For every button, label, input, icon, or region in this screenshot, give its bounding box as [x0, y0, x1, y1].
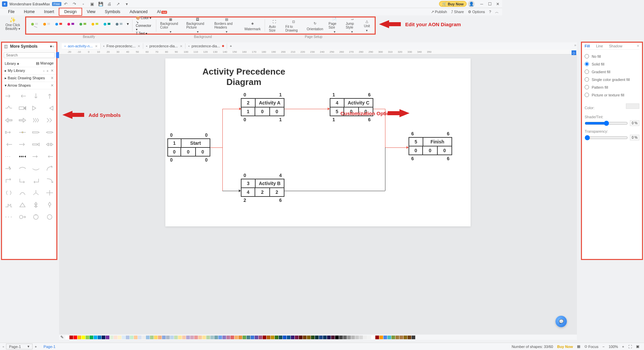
- my-library-row[interactable]: ▸ My Library ▫ + ✕: [2, 67, 56, 75]
- options-button[interactable]: ⚙ Options: [468, 10, 485, 14]
- menu-home[interactable]: Home: [19, 8, 39, 15]
- manage-link[interactable]: ▤ Manage: [36, 61, 54, 65]
- drawing-page[interactable]: Activity Precedence Diagram 00 1Start 00…: [165, 58, 471, 226]
- help-icon[interactable]: ?: [489, 10, 491, 14]
- jump-style-button[interactable]: ⤻Jump Style▾: [343, 18, 361, 33]
- tab-0[interactable]: ▫aon-activity-n...✕: [62, 43, 101, 49]
- arrow-shape[interactable]: [31, 128, 42, 137]
- arrow-shape[interactable]: [17, 116, 28, 125]
- maximize-icon[interactable]: ☐: [487, 2, 492, 6]
- page-size-button[interactable]: 📄Page Size▾: [326, 18, 343, 33]
- redo-icon[interactable]: ↷: [71, 1, 77, 7]
- canvas-scroll[interactable]: Activity Precedence Diagram 00 1Start 00…: [59, 54, 502, 272]
- basic-shapes-row[interactable]: ▸ Basic Drawing Shapes ✕: [2, 75, 56, 82]
- arrow-shape[interactable]: [31, 188, 42, 198]
- theme-7-icon[interactable]: [103, 21, 112, 30]
- arrow-shape[interactable]: [17, 164, 28, 173]
- symbol-search-input[interactable]: [4, 52, 55, 58]
- tab-1[interactable]: ▫Free-precedenc...✕: [101, 43, 144, 49]
- theme-1-icon[interactable]: [30, 21, 40, 30]
- remove-icon[interactable]: ✕: [51, 69, 54, 73]
- tab-3[interactable]: ▫precedence-dia...: [185, 43, 227, 49]
- menu-symbols[interactable]: Symbols: [100, 8, 125, 15]
- text-button[interactable]: T Text ▾: [136, 32, 153, 35]
- arrow-shape[interactable]: [17, 103, 28, 113]
- arrow-shape[interactable]: [31, 164, 42, 173]
- one-click-beautify-button[interactable]: ✨ One Click Beautify ▾: [3, 17, 23, 31]
- arrow-shape[interactable]: [31, 140, 42, 149]
- node-start[interactable]: 00 1Start 000 00: [167, 132, 210, 163]
- orientation-button[interactable]: ↻Orientation: [304, 18, 326, 33]
- arrow-shape[interactable]: [17, 128, 28, 137]
- arrow-shape[interactable]: [44, 116, 55, 125]
- print-icon[interactable]: 🖨: [106, 1, 112, 7]
- theme-2-icon[interactable]: [42, 21, 52, 30]
- new-icon[interactable]: ▫: [80, 1, 86, 7]
- open-icon[interactable]: ▣: [89, 1, 95, 7]
- theme-5-icon[interactable]: [78, 21, 88, 30]
- arrow-shape[interactable]: [31, 91, 42, 101]
- arrow-shape[interactable]: [31, 116, 42, 125]
- arrow-shape[interactable]: [44, 152, 55, 161]
- remove-icon[interactable]: ✕: [51, 76, 54, 80]
- undo-icon[interactable]: ↶: [63, 1, 69, 7]
- arrow-shape[interactable]: [3, 188, 14, 198]
- theme-3-icon[interactable]: [54, 21, 64, 30]
- arrow-shape[interactable]: [44, 103, 55, 113]
- collapse-ribbon-icon[interactable]: ︿: [495, 9, 499, 14]
- close-icon[interactable]: ✕: [495, 2, 500, 6]
- auto-size-button[interactable]: ⛶Auto Size: [266, 18, 283, 33]
- menu-view[interactable]: View: [82, 8, 100, 15]
- arrow-shape[interactable]: [31, 103, 42, 113]
- arrow-shape[interactable]: [17, 140, 28, 149]
- remove-icon[interactable]: ✕: [51, 83, 54, 88]
- arrow-shape[interactable]: [17, 212, 28, 222]
- arrow-shapes-row[interactable]: ▾ Arrow Shapes ✕: [2, 82, 56, 89]
- connector-button[interactable]: ↘ Connector ▾: [136, 20, 153, 31]
- add-icon[interactable]: +: [47, 69, 49, 73]
- more-icon[interactable]: ▾: [124, 1, 130, 7]
- arrow-shape[interactable]: [3, 176, 14, 185]
- node-activity-a[interactable]: 01 2Activity A 100 01: [241, 92, 284, 122]
- arrow-shape[interactable]: [17, 188, 28, 198]
- arrow-shape[interactable]: [17, 176, 28, 185]
- new-tab-button[interactable]: +: [227, 43, 234, 49]
- arrow-shape[interactable]: [3, 91, 14, 101]
- menu-insert[interactable]: Insert: [39, 8, 59, 15]
- arrow-shape[interactable]: [3, 128, 14, 137]
- arrow-shape[interactable]: [17, 91, 28, 101]
- close-tab-icon[interactable]: ✕: [180, 44, 182, 48]
- node-activity-b[interactable]: 04 3Activity B 422 26: [241, 173, 284, 203]
- watermark-button[interactable]: ◈Watermark: [241, 18, 263, 33]
- menu-file[interactable]: File: [3, 8, 19, 15]
- arrow-shape[interactable]: [44, 140, 55, 149]
- arrow-shape[interactable]: [3, 164, 14, 173]
- theme-4-icon[interactable]: [66, 21, 76, 30]
- arrow-shape[interactable]: [3, 152, 14, 161]
- theme-dropdown-icon[interactable]: ▾: [127, 21, 129, 30]
- arrow-shape[interactable]: [44, 176, 55, 185]
- borders-headers-button[interactable]: ▤Borders and Headers▾: [212, 18, 242, 33]
- arrow-shape[interactable]: [17, 200, 28, 210]
- open-icon[interactable]: ▫: [43, 69, 45, 73]
- save-icon[interactable]: 💾: [98, 1, 104, 7]
- library-row[interactable]: Library ▴ ▤ Manage: [2, 60, 56, 67]
- buy-now-button[interactable]: 🛒 Buy Now: [439, 1, 467, 7]
- unit-button[interactable]: △Unit▾: [361, 18, 373, 33]
- menu-ai[interactable]: AIhot: [152, 8, 172, 15]
- arrow-shape[interactable]: [3, 140, 14, 149]
- arrow-shape[interactable]: [44, 91, 55, 101]
- theme-8-icon[interactable]: [115, 21, 124, 30]
- arrow-shape[interactable]: [3, 212, 14, 222]
- node-activity-c[interactable]: 16 4Activity C 500 16: [330, 92, 373, 122]
- arrow-shape[interactable]: [44, 164, 55, 173]
- color-button[interactable]: 🎨 Color ▾: [136, 16, 153, 20]
- arrow-shape[interactable]: [31, 212, 42, 222]
- background-picture-button[interactable]: 🖼Background Picture▾: [183, 18, 211, 33]
- minimize-icon[interactable]: ─: [479, 2, 484, 6]
- arrow-shape[interactable]: [3, 116, 14, 125]
- collapse-panel-icon[interactable]: «: [52, 44, 54, 49]
- close-tab-icon[interactable]: ✕: [138, 44, 140, 48]
- fit-drawing-button[interactable]: ⊡Fit to Drawing: [283, 18, 304, 33]
- export-icon[interactable]: ↗: [115, 1, 121, 7]
